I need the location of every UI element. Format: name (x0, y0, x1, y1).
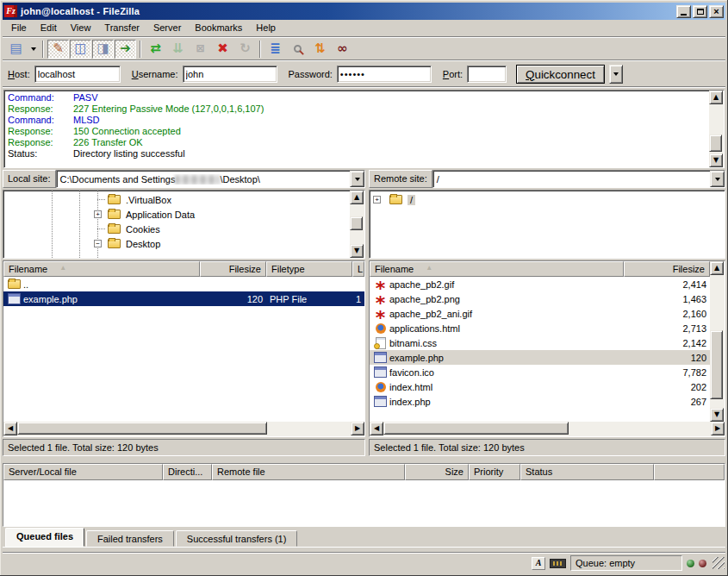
minimize-button[interactable] (676, 5, 691, 18)
log-line: Response:226 Transfer OK (8, 137, 709, 148)
file-row[interactable]: apache_pb2_ani.gif2,160 (370, 306, 710, 321)
password-input[interactable] (337, 66, 432, 83)
toggle-message-log-button[interactable]: ✎ (47, 40, 69, 59)
process-queue-button[interactable]: ⇊ (167, 40, 189, 59)
log-line: Status:Directory listing successful (8, 148, 709, 160)
quickconnect-button[interactable]: Quickconnect (516, 65, 605, 84)
column-header-empty (654, 464, 725, 480)
tree-item-desktop[interactable]: − Desktop (3, 236, 350, 251)
scroll-left-button[interactable]: ◀ (3, 422, 17, 435)
maximize-button[interactable] (693, 5, 707, 18)
scroll-up-button[interactable]: ▲ (350, 191, 364, 204)
username-input[interactable] (183, 66, 277, 83)
refresh-icon: ⇄ (150, 42, 161, 55)
file-row[interactable]: apache_pb2.png1,463 (370, 291, 710, 306)
tab-successful-transfers[interactable]: Successful transfers (1) (176, 530, 298, 547)
column-header-server-local-file[interactable]: Server/Local file (3, 464, 163, 480)
file-row-example-php[interactable]: example.php 120 PHP File 1 (3, 291, 364, 306)
toggle-local-tree-button[interactable]: ◫ (70, 40, 91, 59)
scroll-up-button[interactable]: ▲ (710, 261, 724, 275)
refresh-button[interactable]: ⇄ (145, 40, 166, 59)
file-row[interactable]: applications.html2,713 (370, 321, 710, 335)
file-row-example-php[interactable]: example.php120 (370, 350, 710, 365)
tab-queued-files[interactable]: Queued files (5, 528, 84, 547)
scrollbar-thumb[interactable] (350, 216, 363, 230)
menu-transfer[interactable]: Transfer (97, 21, 146, 35)
tab-failed-transfers[interactable]: Failed transfers (86, 530, 174, 547)
reconnect-button[interactable]: ↻ (234, 40, 256, 59)
expand-plus-icon[interactable]: + (373, 196, 381, 203)
column-header-filename[interactable]: Filename▲ (370, 261, 624, 277)
local-site-label: Local site: (3, 170, 56, 188)
column-header-direction[interactable]: Directi... (163, 464, 212, 480)
expand-plus-icon[interactable]: + (94, 210, 102, 218)
scrollbar-thumb[interactable] (710, 330, 723, 399)
local-tree-scrollbar[interactable]: ▲ ▼ (350, 191, 364, 258)
quickconnect-bar: Host: Username: Password: Port: Quickcon… (3, 61, 725, 86)
column-header-filesize[interactable]: Filesize (624, 261, 710, 277)
file-row[interactable]: favicon.ico7,782 (370, 365, 710, 379)
menu-server[interactable]: Server (146, 21, 188, 35)
scroll-right-button[interactable]: ▶ (351, 422, 364, 435)
column-header-remote-file[interactable]: Remote file (212, 464, 405, 480)
local-site-combo[interactable]: C:\Documents and Settings\Desktop\ (56, 170, 365, 188)
port-input[interactable] (467, 66, 507, 83)
tree-item-root[interactable]: + / (370, 192, 725, 207)
scroll-up-button[interactable]: ▲ (709, 91, 723, 104)
cancel-operation-button[interactable]: ⊠ (190, 40, 211, 59)
host-input[interactable] (34, 66, 121, 83)
menu-bookmarks[interactable]: Bookmarks (188, 21, 249, 35)
scroll-down-button[interactable]: ▼ (709, 153, 723, 167)
disconnect-button[interactable]: ✖ (212, 40, 233, 59)
quickconnect-dropdown[interactable] (609, 65, 623, 84)
remote-site-dropdown[interactable] (710, 171, 725, 187)
scroll-down-button[interactable]: ▼ (350, 244, 364, 258)
directory-listing-filters-button[interactable]: ≣ (264, 40, 286, 59)
column-header-size[interactable]: Size (405, 464, 469, 480)
find-files-button[interactable]: ∞ (332, 40, 353, 59)
site-manager-button[interactable]: ▤ (5, 40, 27, 59)
scroll-down-button[interactable]: ▼ (710, 408, 724, 422)
file-row-parent-dir[interactable]: .. (3, 277, 364, 291)
site-manager-dropdown[interactable] (28, 40, 39, 59)
scroll-left-button[interactable]: ◀ (370, 422, 383, 435)
scrollbar-thumb[interactable] (709, 135, 722, 152)
file-row[interactable]: index.php267 (370, 394, 710, 409)
column-header-filetype[interactable]: Filetype (266, 261, 352, 277)
menu-view[interactable]: View (64, 21, 98, 35)
scrollbar-thumb[interactable] (383, 422, 569, 435)
log-scrollbar[interactable]: ▲ ▼ (709, 91, 724, 167)
local-horizontal-scrollbar[interactable]: ◀ ▶ (3, 422, 364, 436)
column-header-lastmodified[interactable]: L (352, 261, 364, 277)
file-row[interactable]: bitnami.css2,142 (370, 335, 710, 350)
remote-site-combo[interactable]: / (432, 170, 725, 188)
menu-edit[interactable]: Edit (34, 21, 64, 35)
collapse-minus-icon[interactable]: − (94, 240, 102, 247)
directory-comparison-button[interactable] (287, 40, 308, 59)
tree-item-cookies[interactable]: Cookies (3, 222, 350, 236)
local-site-dropdown[interactable] (350, 171, 364, 187)
menu-file[interactable]: File (4, 21, 34, 35)
process-queue-icon: ⇊ (172, 42, 184, 55)
menu-help[interactable]: Help (249, 21, 283, 35)
column-header-priority[interactable]: Priority (469, 464, 520, 480)
tree-item-application-data[interactable]: + Application Data (3, 207, 350, 222)
remote-horizontal-scrollbar[interactable]: ◀ ▶ (370, 422, 725, 436)
close-button[interactable]: × (709, 5, 724, 18)
find-files-icon: ∞ (337, 42, 348, 55)
scroll-right-button[interactable]: ▶ (711, 422, 725, 435)
queue-body[interactable] (3, 480, 725, 526)
splitter[interactable] (3, 456, 725, 463)
scrollbar-thumb[interactable] (17, 422, 267, 435)
file-row[interactable]: index.html202 (370, 379, 710, 394)
tree-item-virtualbox[interactable]: .VirtualBox (3, 192, 350, 207)
column-header-filename[interactable]: Filename▲ (3, 261, 200, 277)
toggle-transfer-queue-button[interactable]: ➔ (115, 40, 136, 59)
toggle-remote-tree-button[interactable]: ◨ (92, 40, 114, 59)
column-header-status[interactable]: Status (520, 464, 654, 480)
synchronized-browsing-button[interactable]: ⇅ (309, 40, 331, 59)
file-row[interactable]: apache_pb2.gif2,414 (370, 277, 710, 291)
remote-list-scrollbar[interactable]: ▲ ▼ (710, 261, 725, 422)
resize-grip[interactable] (712, 557, 725, 569)
column-header-filesize[interactable]: Filesize (200, 261, 266, 277)
